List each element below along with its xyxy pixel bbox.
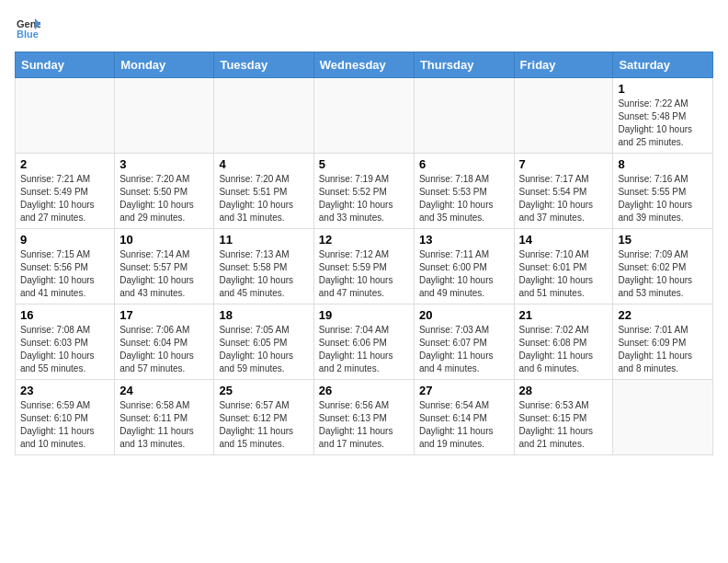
calendar-cell: 19Sunrise: 7:04 AMSunset: 6:06 PMDayligh… [313,304,414,380]
day-info: Sunrise: 7:21 AMSunset: 5:49 PMDaylight:… [20,173,109,224]
day-info: Sunrise: 7:08 AMSunset: 6:03 PMDaylight:… [20,324,109,375]
day-number: 4 [219,157,308,171]
day-of-week-header: Friday [514,52,613,78]
calendar-cell: 17Sunrise: 7:06 AMSunset: 6:04 PMDayligh… [115,304,214,380]
calendar-cell [613,380,713,455]
calendar-cell [16,78,115,154]
svg-text:Blue: Blue [17,29,39,40]
calendar-cell: 8Sunrise: 7:16 AMSunset: 5:55 PMDaylight… [613,154,713,229]
calendar-week-row: 9Sunrise: 7:15 AMSunset: 5:56 PMDaylight… [16,229,713,304]
day-number: 2 [20,157,109,171]
day-number: 6 [419,157,509,171]
calendar-cell: 23Sunrise: 6:59 AMSunset: 6:10 PMDayligh… [16,380,115,455]
day-info: Sunrise: 7:05 AMSunset: 6:05 PMDaylight:… [219,324,308,375]
day-number: 19 [319,308,409,322]
day-info: Sunrise: 6:58 AMSunset: 6:11 PMDaylight:… [119,399,209,451]
day-info: Sunrise: 6:53 AMSunset: 6:15 PMDaylight:… [519,399,609,451]
day-info: Sunrise: 7:18 AMSunset: 5:53 PMDaylight:… [419,173,509,224]
day-number: 17 [119,308,209,322]
day-info: Sunrise: 7:13 AMSunset: 5:58 PMDaylight:… [219,248,308,300]
calendar-cell: 9Sunrise: 7:15 AMSunset: 5:56 PMDaylight… [16,229,115,304]
day-number: 14 [519,233,609,247]
day-number: 7 [519,157,609,171]
day-number: 16 [20,308,109,322]
day-info: Sunrise: 7:10 AMSunset: 6:01 PMDaylight:… [519,248,609,300]
calendar-header-row: SundayMondayTuesdayWednesdayThursdayFrid… [16,52,713,78]
logo-icon: General Blue [15,15,40,40]
calendar-cell [414,78,514,154]
day-number: 24 [119,384,209,397]
calendar-cell: 25Sunrise: 6:57 AMSunset: 6:12 PMDayligh… [214,380,313,455]
day-info: Sunrise: 7:03 AMSunset: 6:07 PMDaylight:… [419,324,509,375]
calendar-cell: 3Sunrise: 7:20 AMSunset: 5:50 PMDaylight… [115,154,214,229]
calendar-cell: 10Sunrise: 7:14 AMSunset: 5:57 PMDayligh… [115,229,214,304]
day-number: 10 [119,233,209,247]
day-of-week-header: Sunday [16,52,115,78]
day-of-week-header: Wednesday [313,52,414,78]
day-number: 25 [219,384,308,397]
day-number: 21 [519,308,609,322]
page-header: General Blue [15,15,713,40]
day-number: 20 [419,308,509,322]
day-info: Sunrise: 7:17 AMSunset: 5:54 PMDaylight:… [519,173,609,224]
calendar-week-row: 16Sunrise: 7:08 AMSunset: 6:03 PMDayligh… [16,304,713,380]
calendar-week-row: 1Sunrise: 7:22 AMSunset: 5:48 PMDaylight… [16,78,713,154]
day-number: 5 [319,157,409,171]
day-info: Sunrise: 6:54 AMSunset: 6:14 PMDaylight:… [419,399,509,451]
calendar-cell: 28Sunrise: 6:53 AMSunset: 6:15 PMDayligh… [514,380,613,455]
calendar-cell [313,78,414,154]
day-number: 28 [519,384,609,397]
day-number: 11 [219,233,308,247]
day-info: Sunrise: 7:11 AMSunset: 6:00 PMDaylight:… [419,248,509,300]
day-info: Sunrise: 7:06 AMSunset: 6:04 PMDaylight:… [119,324,209,375]
day-info: Sunrise: 7:20 AMSunset: 5:51 PMDaylight:… [219,173,308,224]
calendar-cell: 14Sunrise: 7:10 AMSunset: 6:01 PMDayligh… [514,229,613,304]
day-info: Sunrise: 6:57 AMSunset: 6:12 PMDaylight:… [219,399,308,451]
day-number: 18 [219,308,308,322]
calendar-cell: 24Sunrise: 6:58 AMSunset: 6:11 PMDayligh… [115,380,214,455]
calendar-cell: 13Sunrise: 7:11 AMSunset: 6:00 PMDayligh… [414,229,514,304]
day-of-week-header: Saturday [613,52,713,78]
day-info: Sunrise: 7:04 AMSunset: 6:06 PMDaylight:… [319,324,409,375]
day-number: 15 [618,233,708,247]
day-number: 22 [618,308,708,322]
logo: General Blue [15,15,44,40]
calendar-cell: 11Sunrise: 7:13 AMSunset: 5:58 PMDayligh… [214,229,313,304]
day-info: Sunrise: 7:22 AMSunset: 5:48 PMDaylight:… [618,98,708,149]
day-number: 12 [319,233,409,247]
calendar-cell: 7Sunrise: 7:17 AMSunset: 5:54 PMDaylight… [514,154,613,229]
day-info: Sunrise: 7:01 AMSunset: 6:09 PMDaylight:… [618,324,708,375]
day-info: Sunrise: 6:56 AMSunset: 6:13 PMDaylight:… [319,399,409,451]
day-info: Sunrise: 6:59 AMSunset: 6:10 PMDaylight:… [20,399,109,451]
day-info: Sunrise: 7:20 AMSunset: 5:50 PMDaylight:… [119,173,209,224]
calendar-cell: 26Sunrise: 6:56 AMSunset: 6:13 PMDayligh… [313,380,414,455]
calendar-cell: 16Sunrise: 7:08 AMSunset: 6:03 PMDayligh… [16,304,115,380]
day-info: Sunrise: 7:15 AMSunset: 5:56 PMDaylight:… [20,248,109,300]
day-info: Sunrise: 7:12 AMSunset: 5:59 PMDaylight:… [319,248,409,300]
day-number: 8 [618,157,708,171]
day-number: 9 [20,233,109,247]
calendar-cell: 2Sunrise: 7:21 AMSunset: 5:49 PMDaylight… [16,154,115,229]
day-of-week-header: Monday [115,52,214,78]
calendar-cell [514,78,613,154]
calendar-week-row: 2Sunrise: 7:21 AMSunset: 5:49 PMDaylight… [16,154,713,229]
day-info: Sunrise: 7:02 AMSunset: 6:08 PMDaylight:… [519,324,609,375]
calendar-cell: 15Sunrise: 7:09 AMSunset: 6:02 PMDayligh… [613,229,713,304]
day-of-week-header: Thursday [414,52,514,78]
day-number: 27 [419,384,509,397]
calendar-cell: 20Sunrise: 7:03 AMSunset: 6:07 PMDayligh… [414,304,514,380]
calendar-cell: 18Sunrise: 7:05 AMSunset: 6:05 PMDayligh… [214,304,313,380]
calendar-cell [115,78,214,154]
calendar-cell: 27Sunrise: 6:54 AMSunset: 6:14 PMDayligh… [414,380,514,455]
calendar-cell: 1Sunrise: 7:22 AMSunset: 5:48 PMDaylight… [613,78,713,154]
calendar-cell: 12Sunrise: 7:12 AMSunset: 5:59 PMDayligh… [313,229,414,304]
day-number: 26 [319,384,409,397]
day-of-week-header: Tuesday [214,52,313,78]
calendar-table: SundayMondayTuesdayWednesdayThursdayFrid… [15,52,713,455]
day-info: Sunrise: 7:16 AMSunset: 5:55 PMDaylight:… [618,173,708,224]
calendar-cell: 5Sunrise: 7:19 AMSunset: 5:52 PMDaylight… [313,154,414,229]
calendar-cell [214,78,313,154]
calendar-week-row: 23Sunrise: 6:59 AMSunset: 6:10 PMDayligh… [16,380,713,455]
calendar-cell: 6Sunrise: 7:18 AMSunset: 5:53 PMDaylight… [414,154,514,229]
calendar-cell: 21Sunrise: 7:02 AMSunset: 6:08 PMDayligh… [514,304,613,380]
